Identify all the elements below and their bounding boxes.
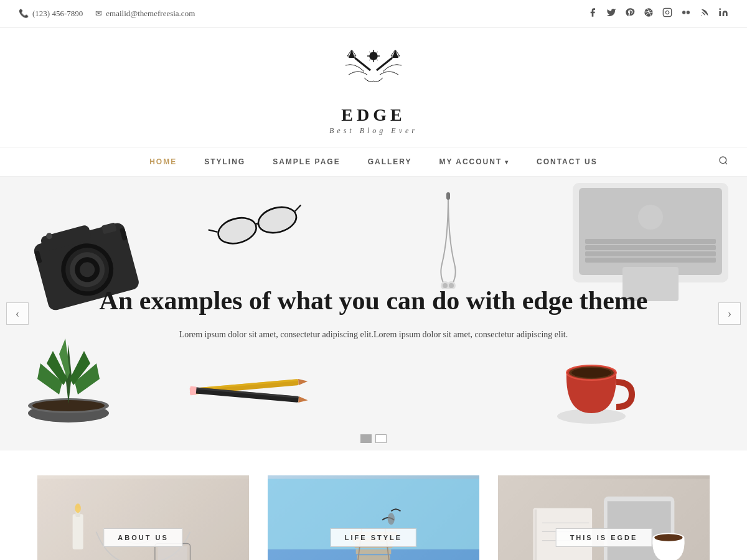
phone-number: (123) 456-7890 [32,9,83,19]
hero-content: An examples of what you can do with edge… [75,285,672,342]
svg-line-35 [294,205,302,212]
top-bar-contact: 📞 (123) 456-7890 ✉ emailid@themefreesia.… [19,9,195,19]
svg-point-26 [72,254,103,285]
search-icon [718,156,728,166]
logo-graphic [336,40,411,103]
email-icon: ✉ [95,9,102,19]
card-lifestyle-label[interactable]: LIFE STYLE [331,528,416,547]
instagram-link[interactable] [662,7,672,20]
email-address: emailid@themefreesia.com [106,9,195,19]
hero-title: An examples of what you can do with edge… [75,285,672,316]
card-about-background [37,475,249,560]
svg-point-32 [215,214,259,248]
phone-info: 📞 (123) 456-7890 [19,9,83,19]
logo[interactable]: EDGE Best Blog Ever [329,40,418,136]
svg-rect-42 [446,192,450,200]
email-info: ✉ emailid@themefreesia.com [95,9,195,19]
svg-rect-45 [585,258,716,263]
svg-marker-8 [349,50,355,58]
svg-point-62 [557,409,626,424]
svg-rect-47 [585,245,716,250]
search-button[interactable] [718,156,728,168]
nav-item-styling[interactable]: STYLING [190,147,259,176]
nav-item-gallery[interactable]: GALLERY [354,147,426,176]
svg-point-50 [638,205,663,230]
pinterest-link[interactable] [625,7,635,20]
slider-next-button[interactable]: › [718,302,741,325]
nav-link-home[interactable]: HOME [136,147,190,176]
svg-point-63 [566,365,616,380]
svg-point-4 [687,11,690,14]
nav-item-contact[interactable]: CONTACT US [523,147,611,176]
svg-point-65 [571,368,611,378]
svg-rect-54 [193,379,299,394]
laptop-image [554,177,747,301]
dribbble-link[interactable] [644,7,654,20]
card-about-label[interactable]: ABOUT US [103,528,182,547]
slider-dots [360,434,387,443]
earphones-image [411,189,486,276]
prev-arrow-icon: ‹ [16,307,19,320]
svg-rect-46 [585,251,716,256]
card-lifestyle[interactable]: LIFE STYLE [268,475,479,560]
card-about-us[interactable]: ABOUT US [37,475,249,560]
svg-marker-10 [392,50,398,58]
phone-icon: 📞 [19,9,29,19]
card-egde[interactable]: THIS IS EGDE [498,475,710,560]
svg-rect-78 [356,549,392,554]
svg-rect-31 [120,228,128,241]
nav-item-sample[interactable]: SAMPLE PAGE [259,147,354,176]
svg-rect-58 [193,387,299,403]
svg-rect-28 [101,222,117,234]
linkedin-link[interactable] [718,7,728,20]
svg-point-7 [719,8,721,10]
card-lifestyle-background [268,475,479,560]
rss-link[interactable] [700,7,710,20]
nav-link-gallery[interactable]: GALLERY [354,147,426,176]
next-arrow-icon: › [728,307,731,320]
svg-rect-59 [193,387,299,398]
coffee-image [548,338,635,426]
svg-point-53 [32,400,105,411]
facebook-link[interactable] [588,7,598,20]
svg-rect-55 [193,379,299,390]
svg-rect-22 [40,225,92,253]
pencils-image [181,357,317,419]
main-navigation: HOME STYLING SAMPLE PAGE GALLERY MY ACCO… [0,147,747,177]
flickr-link[interactable] [681,7,691,20]
card-about-image [37,475,249,560]
card-egde-image [498,475,710,560]
svg-rect-91 [535,510,537,560]
hero-slider: An examples of what you can do with edge… [0,177,747,450]
svg-point-52 [28,398,109,413]
slider-dot-2[interactable] [375,434,387,443]
slider-dot-1[interactable] [360,434,372,443]
svg-point-5 [702,15,702,16]
svg-rect-1 [663,8,671,16]
svg-rect-48 [585,239,716,244]
card-egde-background [498,475,710,560]
cards-section: ABOUT US [0,450,747,560]
svg-line-20 [725,162,727,164]
site-header: EDGE Best Blog Ever [0,28,747,147]
social-links [588,7,728,20]
nav-link-contact[interactable]: CONTACT US [523,147,611,176]
svg-point-29 [45,232,53,240]
nav-link-sample[interactable]: SAMPLE PAGE [259,147,354,176]
svg-rect-6 [719,11,721,16]
card-lifestyle-image [268,475,479,560]
svg-line-17 [355,58,370,70]
svg-point-36 [217,215,258,246]
slider-prev-button[interactable]: ‹ [6,302,29,325]
twitter-link[interactable] [606,7,616,20]
svg-point-64 [569,366,614,379]
card-egde-label[interactable]: THIS IS EGDE [556,528,652,547]
svg-point-27 [78,261,96,279]
svg-rect-72 [37,479,249,560]
nav-link-styling[interactable]: STYLING [190,147,259,176]
svg-point-33 [255,203,299,237]
nav-item-home[interactable]: HOME [136,147,190,176]
nav-link-account[interactable]: MY ACCOUNT [426,147,523,176]
nav-item-account[interactable]: MY ACCOUNT [426,147,523,176]
svg-line-18 [377,58,392,70]
